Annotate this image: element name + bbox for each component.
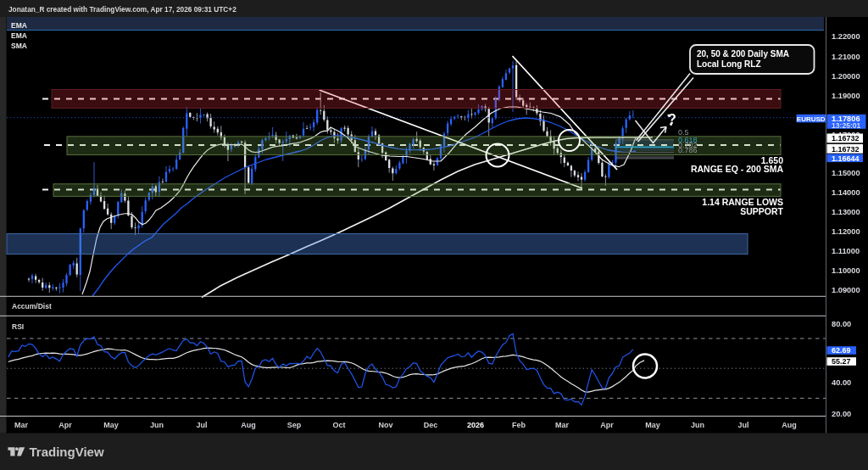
- svg-text:May: May: [645, 421, 660, 429]
- svg-text:?: ?: [668, 112, 676, 126]
- svg-text:EURUSD: EURUSD: [797, 115, 826, 123]
- svg-text:1.14000: 1.14000: [832, 188, 860, 197]
- svg-text:1.16644: 1.16644: [832, 154, 860, 163]
- svg-text:1.19000: 1.19000: [832, 92, 860, 100]
- svg-text:Jul: Jul: [737, 421, 748, 429]
- svg-text:Aug: Aug: [782, 421, 797, 429]
- svg-text:Jun: Jun: [691, 421, 704, 429]
- svg-text:RSI: RSI: [12, 322, 24, 331]
- svg-text:1.13000: 1.13000: [832, 208, 860, 216]
- svg-text:Mar: Mar: [555, 421, 570, 429]
- svg-text:13:25:01: 13:25:01: [832, 121, 861, 130]
- svg-text:1.16732: 1.16732: [832, 145, 860, 154]
- svg-text:Dec: Dec: [424, 421, 438, 429]
- svg-text:Nov: Nov: [378, 421, 392, 429]
- svg-text:Local Long RLZ: Local Long RLZ: [697, 59, 761, 69]
- svg-text:20, 50 & 200 Daily SMA: 20, 50 & 200 Daily SMA: [697, 49, 789, 59]
- svg-text:62.69: 62.69: [832, 346, 851, 355]
- svg-text:SMA: SMA: [11, 42, 27, 50]
- svg-text:1.12000: 1.12000: [832, 227, 860, 236]
- svg-text:Jun: Jun: [150, 421, 164, 429]
- svg-text:SUPPORT: SUPPORT: [740, 206, 783, 216]
- svg-text:1.09000: 1.09000: [832, 286, 860, 294]
- svg-text:RANGE EQ - 200 SMA: RANGE EQ - 200 SMA: [691, 164, 784, 174]
- svg-text:20.00: 20.00: [832, 410, 851, 418]
- svg-text:40.00: 40.00: [832, 378, 851, 387]
- svg-text:1.15000: 1.15000: [832, 169, 860, 177]
- svg-text:1.11000: 1.11000: [832, 247, 860, 255]
- svg-text:1.22000: 1.22000: [832, 32, 860, 41]
- svg-text:Apr: Apr: [600, 421, 614, 429]
- svg-text:Oct: Oct: [332, 421, 345, 429]
- svg-text:May: May: [103, 421, 119, 429]
- svg-text:1.10000: 1.10000: [832, 266, 860, 275]
- svg-text:55.27: 55.27: [832, 357, 851, 366]
- svg-text:Apr: Apr: [58, 421, 72, 429]
- svg-text:80.00: 80.00: [832, 320, 851, 328]
- svg-text:1.16732: 1.16732: [832, 134, 860, 143]
- svg-text:EMA: EMA: [11, 31, 27, 40]
- svg-text:Feb: Feb: [512, 421, 526, 429]
- svg-text:EMA: EMA: [11, 21, 27, 30]
- svg-text:1.20000: 1.20000: [832, 72, 860, 81]
- svg-text:Jonatan_R created with Trading: Jonatan_R created with TradingView.com, …: [8, 5, 236, 14]
- svg-text:Sep: Sep: [287, 421, 302, 429]
- svg-text:Jul: Jul: [196, 421, 207, 429]
- svg-text:Mar: Mar: [14, 421, 29, 429]
- svg-text:0.786: 0.786: [678, 146, 698, 154]
- svg-text:2026: 2026: [467, 421, 484, 429]
- svg-text:Aug: Aug: [241, 421, 256, 429]
- svg-text:1.21000: 1.21000: [832, 53, 860, 61]
- svg-text:Accum/Dist: Accum/Dist: [12, 302, 52, 311]
- svg-text:TradingView: TradingView: [30, 445, 104, 459]
